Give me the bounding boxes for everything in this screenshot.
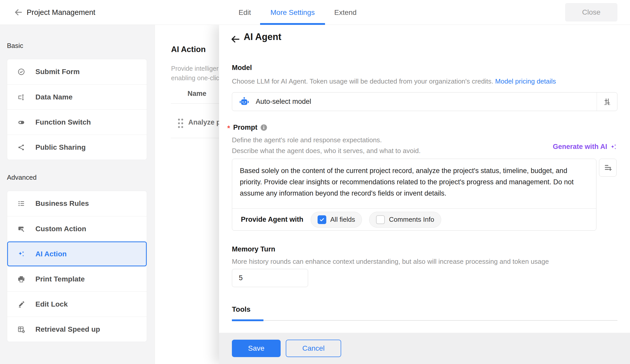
checkbox-checked-icon[interactable] xyxy=(318,215,326,224)
sidebar-item-label: Edit Lock xyxy=(35,300,68,308)
prompt-description-line1: Define the agent's role and response exp… xyxy=(232,135,421,145)
tools-tab[interactable]: Tools xyxy=(232,305,251,314)
panel-description-line1: Provide intelliger xyxy=(171,64,219,73)
divider xyxy=(171,138,219,138)
check-circle-icon xyxy=(17,68,25,76)
required-mark: * xyxy=(227,124,230,132)
prompt-header: * Prompt xyxy=(227,123,267,132)
sidebar-item-label: Retrieval Speed up xyxy=(35,325,100,333)
model-select-value: Auto-select model xyxy=(256,98,311,106)
sidebar-item-submit-form[interactable]: Submit Form xyxy=(7,59,147,84)
divider xyxy=(171,103,219,104)
memory-turn-label: Memory Turn xyxy=(232,245,275,253)
tab-more-settings[interactable]: More Settings xyxy=(270,0,315,25)
generate-with-ai-label: Generate with AI xyxy=(553,143,607,151)
insert-field-button[interactable] xyxy=(599,159,617,177)
close-button[interactable]: Close xyxy=(565,3,617,22)
ai-action-panel: AI Action Provide intelliger enabling on… xyxy=(155,25,219,364)
sidebar-item-label: Function Switch xyxy=(35,118,91,126)
rename-icon xyxy=(17,93,25,101)
ai-action-list-row[interactable]: Analyze p xyxy=(155,112,219,138)
list-icon xyxy=(17,200,25,207)
sidebar-item-ai-action[interactable]: AI Action xyxy=(7,241,147,266)
tools-divider xyxy=(232,320,617,321)
drawer-title: AI Agent xyxy=(244,32,281,42)
provide-agent-label: Provide Agent with xyxy=(241,216,303,224)
sidebar-group-advanced: Business Rules Custom Action AI Action P… xyxy=(7,191,147,342)
sidebar-item-label: Public Sharing xyxy=(35,143,86,151)
model-section-label: Model xyxy=(232,64,252,72)
comments-info-checkbox[interactable]: Comments Info xyxy=(369,212,441,228)
tools-active-underline xyxy=(232,319,263,321)
sidebar-group-basic: Submit Form Data Name Function Switch Pu… xyxy=(7,59,147,160)
prompt-container: Based solely on the content of the curre… xyxy=(232,159,596,231)
back-icon[interactable] xyxy=(13,7,24,17)
sidebar-item-data-name[interactable]: Data Name xyxy=(7,84,147,109)
generate-with-ai-button[interactable]: Generate with AI xyxy=(553,143,617,151)
robot-icon xyxy=(239,96,250,107)
prompt-description-line2: Describe what the agent does, who it ser… xyxy=(232,145,421,156)
model-select[interactable]: Auto-select model xyxy=(232,92,617,111)
sidebar-item-label: Submit Form xyxy=(35,68,80,76)
save-button[interactable]: Save xyxy=(232,340,281,357)
sidebar-item-label: AI Action xyxy=(35,250,67,258)
panel-description-line2: enabling one-clic xyxy=(171,73,219,83)
model-description: Choose LLM for AI Agent. Token usage wil… xyxy=(232,77,556,85)
sidebar-item-label: Data Name xyxy=(35,93,73,101)
sidebar-section-advanced: Advanced xyxy=(7,174,37,181)
ai-agent-drawer: AI Agent Model Choose LLM for AI Agent. … xyxy=(219,25,630,364)
provide-agent-row: Provide Agent with All fields Comments I… xyxy=(232,208,596,230)
model-description-text: Choose LLM for AI Agent. Token usage wil… xyxy=(232,77,495,85)
sidebar-item-label: Print Template xyxy=(35,275,85,283)
drag-handle-icon[interactable] xyxy=(177,118,184,128)
sidebar-item-label: Custom Action xyxy=(35,225,86,233)
ai-sparkles-icon xyxy=(17,250,25,258)
drawer-back-icon[interactable] xyxy=(230,34,241,44)
sidebar-item-custom-action[interactable]: Custom Action xyxy=(7,216,147,241)
settings-sidebar: Basic Submit Form Data Name Function Swi… xyxy=(0,25,155,364)
checkbox-label: All fields xyxy=(330,216,355,224)
drawer-footer: Save Cancel xyxy=(219,333,630,364)
prompt-section-label: Prompt xyxy=(233,124,258,132)
share-icon xyxy=(17,144,25,151)
panel-title: AI Action xyxy=(171,45,206,54)
all-fields-checkbox[interactable]: All fields xyxy=(311,212,362,228)
tab-edit[interactable]: Edit xyxy=(239,0,251,25)
info-icon[interactable] xyxy=(260,124,267,131)
prompt-description: Define the agent's role and response exp… xyxy=(232,135,421,156)
prompt-textarea[interactable]: Based solely on the content of the curre… xyxy=(232,159,596,209)
retrieval-icon xyxy=(17,326,25,333)
memory-turn-description: More history rounds can enhance context … xyxy=(232,258,549,266)
tab-extend[interactable]: Extend xyxy=(334,0,357,25)
memory-turn-input[interactable] xyxy=(232,269,308,287)
top-tabs: Edit More Settings Extend xyxy=(239,0,357,25)
column-header-name: Name xyxy=(188,90,206,98)
sidebar-item-label: Business Rules xyxy=(35,199,89,208)
printer-icon xyxy=(17,275,25,283)
sidebar-section-basic: Basic xyxy=(7,42,23,50)
checkbox-unchecked-icon[interactable] xyxy=(376,215,385,224)
model-pricing-link[interactable]: Model pricing details xyxy=(495,77,556,85)
insert-field-icon xyxy=(603,163,613,172)
checkbox-label: Comments Info xyxy=(389,216,434,224)
custom-action-icon xyxy=(17,225,25,233)
toggle-icon xyxy=(17,118,25,126)
sidebar-item-print-template[interactable]: Print Template xyxy=(7,266,147,291)
model-advanced-settings-button[interactable] xyxy=(597,93,617,111)
row-label: Analyze p xyxy=(188,118,219,126)
app-window: Project Management Edit More Settings Ex… xyxy=(0,0,630,364)
sliders-icon xyxy=(603,97,612,106)
sidebar-item-edit-lock[interactable]: Edit Lock xyxy=(7,291,147,317)
pencil-icon xyxy=(17,300,25,308)
sidebar-item-public-sharing[interactable]: Public Sharing xyxy=(7,135,147,160)
sidebar-item-function-switch[interactable]: Function Switch xyxy=(7,109,147,135)
panel-description: Provide intelliger enabling one-clic xyxy=(171,64,219,83)
ai-sparkles-icon xyxy=(610,143,617,151)
top-bar: Project Management Edit More Settings Ex… xyxy=(0,0,630,25)
page-title: Project Management xyxy=(27,0,95,25)
sidebar-item-retrieval-speed-up[interactable]: Retrieval Speed up xyxy=(7,317,147,342)
sidebar-item-business-rules[interactable]: Business Rules xyxy=(7,191,147,216)
cancel-button[interactable]: Cancel xyxy=(286,340,341,357)
